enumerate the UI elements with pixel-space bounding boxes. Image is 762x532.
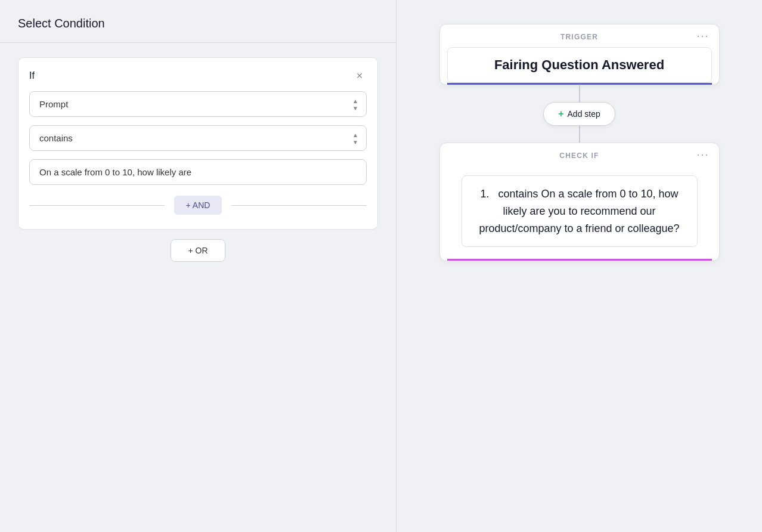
left-header: Select Condition — [0, 0, 396, 43]
trigger-label: TRIGGER — [560, 33, 598, 41]
check-if-card-header: CHECK IF ··· — [440, 143, 719, 166]
add-step-wrap: + Add step — [543, 102, 615, 126]
contains-select-wrapper: contains equals starts with ends with ▲ … — [29, 125, 367, 151]
trigger-card-header: TRIGGER ··· — [440, 24, 719, 47]
check-if-card: CHECK IF ··· 1. contains On a scale from… — [439, 143, 720, 261]
check-if-highlight-bar — [447, 259, 712, 261]
prompt-select-wrapper: Prompt Answer Score ▲ ▼ — [29, 91, 367, 117]
left-panel: Select Condition If × Prompt Answer Scor… — [0, 0, 397, 532]
and-line-left — [29, 205, 165, 206]
page-title: Select Condition — [18, 17, 105, 30]
check-if-item-number: 1. — [480, 188, 489, 200]
if-card: If × Prompt Answer Score ▲ ▼ contains — [18, 57, 378, 230]
check-if-label: CHECK IF — [559, 151, 599, 160]
and-line-right — [231, 205, 367, 206]
trigger-menu-icon[interactable]: ··· — [696, 30, 709, 42]
add-step-button[interactable]: + Add step — [543, 102, 615, 126]
connector-line-1 — [579, 85, 580, 102]
if-label: If — [29, 70, 35, 81]
condition-text-input[interactable] — [29, 159, 367, 185]
add-step-plus-icon: + — [558, 109, 563, 119]
trigger-card: TRIGGER ··· Fairing Question Answered — [439, 24, 720, 85]
close-button[interactable]: × — [352, 69, 367, 83]
trigger-title: Fairing Question Answered — [460, 57, 699, 73]
or-button-wrap: + OR — [18, 239, 378, 262]
flow-container: TRIGGER ··· Fairing Question Answered + … — [408, 24, 750, 261]
trigger-highlight-bar — [447, 83, 712, 85]
and-row: + AND — [29, 196, 367, 215]
prompt-select[interactable]: Prompt Answer Score — [29, 91, 367, 117]
contains-select[interactable]: contains equals starts with ends with — [29, 125, 367, 151]
check-if-content: 1. contains On a scale from 0 to 10, how… — [440, 166, 719, 259]
and-button[interactable]: + AND — [174, 196, 222, 215]
check-if-menu-icon[interactable]: ··· — [696, 149, 709, 161]
add-step-label: Add step — [568, 109, 600, 119]
check-if-item: 1. contains On a scale from 0 to 10, how… — [474, 185, 685, 237]
connector-line-2 — [579, 126, 580, 143]
right-panel: TRIGGER ··· Fairing Question Answered + … — [397, 0, 762, 532]
or-button[interactable]: + OR — [171, 239, 225, 262]
trigger-inner-box: Fairing Question Answered — [447, 47, 712, 83]
if-card-header: If × — [29, 69, 367, 83]
check-if-inner-box: 1. contains On a scale from 0 to 10, how… — [461, 175, 698, 247]
check-if-item-text: contains On a scale from 0 to 10, how li… — [479, 188, 679, 234]
left-body: If × Prompt Answer Score ▲ ▼ contains — [0, 43, 396, 276]
